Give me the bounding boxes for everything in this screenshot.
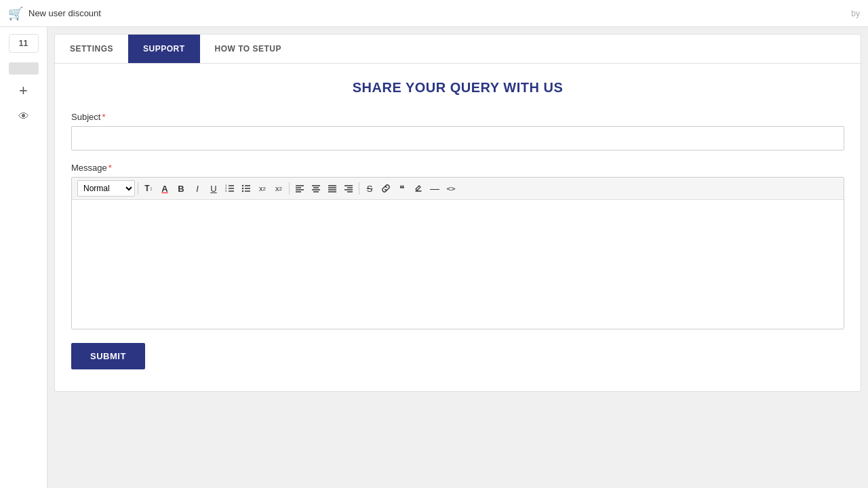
svg-point-9 (242, 185, 243, 186)
toolbar-divider-2 (289, 182, 290, 195)
card: SETTINGS SUPPORT HOW TO SETUP SHARE YOUR… (54, 34, 861, 392)
tab-how-to-setup[interactable]: HOW TO SETUP (200, 35, 296, 63)
erase-btn[interactable] (411, 180, 426, 197)
svg-point-10 (242, 188, 243, 189)
layout: 11 + 👁 SETTINGS SUPPORT HOW TO SETUP SHA… (0, 27, 868, 488)
align-left-btn[interactable] (292, 180, 307, 197)
superscript-btn[interactable]: x2 (271, 180, 286, 197)
bold-btn[interactable]: B (174, 180, 189, 197)
top-bar: 🛒 New user discount by (0, 0, 868, 27)
font-size-btn[interactable]: T↕ (141, 180, 156, 197)
underline-btn[interactable]: U (206, 180, 221, 197)
align-justify-btn[interactable] (325, 180, 340, 197)
top-bar-left: 🛒 New user discount (8, 6, 101, 21)
editor-toolbar: Normal Heading 1 Heading 2 Heading 3 T↕ … (72, 178, 844, 200)
toolbar-divider-3 (359, 182, 359, 195)
format-select[interactable]: Normal Heading 1 Heading 2 Heading 3 (77, 180, 135, 197)
tabs: SETTINGS SUPPORT HOW TO SETUP (55, 35, 861, 64)
sidebar: 11 + 👁 (0, 27, 47, 488)
svg-point-11 (242, 190, 243, 192)
subject-label: Subject* (71, 112, 844, 122)
sidebar-badge: 11 (9, 34, 39, 53)
subject-input[interactable] (71, 126, 844, 150)
form-area: SHARE YOUR QUERY WITH US Subject* Messag… (55, 64, 861, 391)
editor-wrapper: Normal Heading 1 Heading 2 Heading 3 T↕ … (71, 177, 844, 329)
message-label: Message* (71, 163, 844, 173)
code-btn[interactable]: <> (443, 180, 458, 197)
cart-icon: 🛒 (8, 6, 23, 21)
add-icon[interactable]: + (9, 81, 39, 100)
align-right-btn[interactable] (341, 180, 356, 197)
hr-btn[interactable]: — (427, 180, 442, 197)
font-color-btn[interactable]: A (157, 180, 172, 197)
toolbar-divider-1 (138, 182, 138, 195)
main-content: SETTINGS SUPPORT HOW TO SETUP SHARE YOUR… (47, 27, 868, 488)
strikethrough-btn[interactable]: S (362, 180, 377, 197)
tab-support[interactable]: SUPPORT (128, 35, 200, 63)
discount-label: New user discount (28, 8, 101, 18)
align-center-btn[interactable] (309, 180, 323, 197)
unordered-list-btn[interactable] (239, 180, 254, 197)
form-title: SHARE YOUR QUERY WITH US (71, 80, 844, 96)
sidebar-scroll[interactable] (9, 62, 39, 75)
italic-btn[interactable]: I (190, 180, 205, 197)
subscript-btn[interactable]: x2 (255, 180, 270, 197)
message-editor[interactable] (72, 200, 844, 329)
eye-icon[interactable]: 👁 (9, 107, 39, 126)
blockquote-btn[interactable]: ❝ (395, 180, 410, 197)
submit-button[interactable]: SUBMIT (71, 343, 145, 369)
tab-settings[interactable]: SETTINGS (55, 35, 128, 63)
top-bar-right: by (851, 9, 860, 18)
svg-text:3.: 3. (225, 189, 227, 192)
link-btn[interactable] (378, 180, 393, 197)
ordered-list-btn[interactable]: 1.2.3. (222, 180, 237, 197)
